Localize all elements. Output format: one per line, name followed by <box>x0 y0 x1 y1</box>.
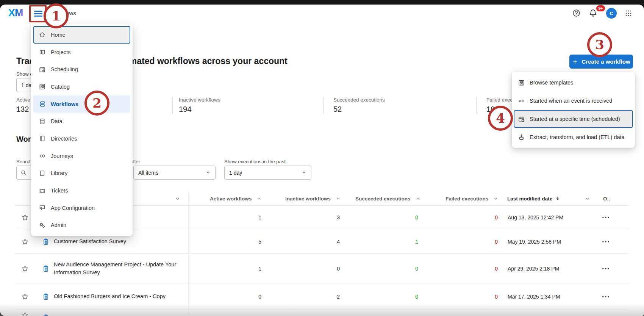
plus-icon <box>572 59 578 65</box>
nav-item-label: Admin <box>51 222 66 228</box>
favorite-star-icon <box>21 311 29 316</box>
last-modified-date: Aug 13, 2025 12:42 PM <box>508 214 563 221</box>
row-actions-button[interactable] <box>602 293 610 301</box>
nav-item[interactable]: Admin <box>31 217 133 234</box>
nav-item[interactable]: Library <box>31 165 133 182</box>
annotation-step-4: 4 <box>488 106 513 131</box>
col-header-label: Last modified date <box>507 196 552 202</box>
nav-item[interactable]: Tickets <box>31 182 133 199</box>
nav-item[interactable]: Directories <box>31 130 133 147</box>
nav-item[interactable]: Data <box>31 113 133 130</box>
col-header-overflow[interactable]: O.. <box>603 192 610 205</box>
help-icon <box>572 9 581 17</box>
nav-item[interactable]: Workflows <box>33 95 130 113</box>
nav-item-label: Home <box>51 32 66 38</box>
col-header-succeeded[interactable]: Succeeded executions <box>355 192 420 205</box>
survey-document-icon <box>42 314 50 316</box>
row-actions-button[interactable] <box>602 264 610 273</box>
nav-item[interactable]: Projects <box>31 44 133 61</box>
table-row[interactable]: Old Fashioned Burgers and Ice Cream - Co… <box>0 283 644 310</box>
col-header-active[interactable]: Active workflows <box>210 192 261 205</box>
succeeded-executions-count: 0 <box>384 266 418 272</box>
annotation-step-3: 3 <box>587 32 612 57</box>
succeeded-executions-count: 1 <box>384 239 418 245</box>
failed-executions-count: 0 <box>464 294 498 300</box>
chevron-down-icon <box>336 196 341 201</box>
create-menu-item[interactable]: Extract, transform, and load (ETL) data <box>512 128 635 146</box>
apps-grid-button[interactable] <box>624 9 633 19</box>
etl-icon <box>518 134 525 141</box>
table-row[interactable]: New Audience Management Project - Update… <box>0 254 644 283</box>
filter-value: All items <box>138 170 158 176</box>
projects-icon <box>39 48 46 56</box>
scheduled-icon <box>518 116 525 123</box>
favorite-star-icon[interactable] <box>21 293 29 300</box>
active-workflows-count: 5 <box>227 239 261 245</box>
favorite-star-icon[interactable] <box>21 238 29 246</box>
app-configuration-icon <box>39 204 46 211</box>
last-modified-date: Mar 17, 2025 1:34 PM <box>508 294 560 300</box>
active-workflows-count: 1 <box>227 266 261 272</box>
create-menu-item-label: Started when an event is received <box>530 98 612 104</box>
nav-item[interactable]: App Configuration <box>31 199 133 217</box>
survey-document-icon <box>42 293 50 300</box>
col-header-failed[interactable]: Failed executions <box>445 192 498 205</box>
create-menu-item-label: Extract, transform, and load (ETL) data <box>530 134 625 140</box>
library-icon <box>39 170 46 177</box>
nav-item[interactable]: Scheduling <box>31 61 133 78</box>
last-modified-date: May 19, 2025 2:58 PM <box>508 239 561 245</box>
favorite-star-icon[interactable] <box>21 265 29 272</box>
help-button[interactable] <box>572 9 581 19</box>
workflow-name[interactable]: Old Fashioned Burgers and Ice Cream - Co… <box>54 283 190 310</box>
active-workflows-count: 0 <box>227 294 261 300</box>
inactive-workflows-count: 4 <box>306 239 340 245</box>
global-nav-flyout: Home Projects Scheduling Catalog Workflo… <box>31 23 133 236</box>
admin-icon <box>39 222 46 229</box>
data-icon <box>39 118 46 125</box>
create-menu-item[interactable]: Started when an event is received <box>512 92 635 110</box>
col-header-name-chevron[interactable] <box>175 192 180 205</box>
stat-label: Inactive workflows <box>179 97 220 103</box>
chevron-down-icon <box>175 196 180 201</box>
nav-item[interactable]: Home <box>33 26 130 44</box>
nav-item[interactable]: Journeys <box>31 147 133 165</box>
create-menu-item[interactable]: Started at a specific time (scheduled) <box>514 110 633 128</box>
row-actions-button[interactable] <box>602 213 610 222</box>
past-select[interactable]: 1 day <box>224 166 311 180</box>
journeys-icon <box>39 152 46 160</box>
stat-inactive-workflows: Inactive workflows 194 <box>179 97 220 114</box>
col-header-label: Inactive workflows <box>285 196 331 202</box>
col-header-label: Active workflows <box>210 196 252 202</box>
nav-item-label: Scheduling <box>51 66 78 72</box>
row-actions-button[interactable] <box>602 238 610 246</box>
failed-executions-count: 0 <box>464 214 498 221</box>
event-icon <box>518 97 525 105</box>
notification-badge: 9+ <box>596 5 605 11</box>
col-header-modified-chevron[interactable] <box>585 192 590 205</box>
create-workflow-label: Create a workflow <box>581 58 630 65</box>
nav-item[interactable]: Catalog <box>31 78 133 95</box>
table-row-partial <box>0 310 644 316</box>
col-header-modified[interactable]: Last modified date <box>507 192 560 205</box>
create-menu-item-label: Browse templates <box>530 80 573 86</box>
inactive-workflows-count: 2 <box>306 294 340 300</box>
nav-item-label: Library <box>51 170 67 176</box>
nav-item-label: Journeys <box>51 153 73 159</box>
col-header-inactive[interactable]: Inactive workflows <box>285 192 341 205</box>
favorite-star-icon[interactable] <box>21 214 29 221</box>
past-value: 1 day <box>229 170 242 176</box>
chevron-down-icon <box>206 170 211 175</box>
catalog-icon <box>39 83 46 90</box>
workflows-icon <box>39 100 46 108</box>
screen: XM Workflows 9+ C Track the execution of… <box>0 0 644 316</box>
stat-divider <box>172 97 173 114</box>
nav-item-label: App Configuration <box>51 205 95 211</box>
sort-descending-icon <box>555 196 560 201</box>
inactive-workflows-count: 3 <box>306 214 340 221</box>
past-filter-label: Show executions in the past <box>224 159 286 164</box>
filter-select[interactable]: All items <box>133 166 216 180</box>
create-menu-item[interactable]: Browse templates <box>512 74 635 92</box>
nav-item-label: Data <box>51 118 63 124</box>
workflow-name[interactable]: New Audience Management Project - Update… <box>54 254 190 283</box>
account-avatar[interactable]: C <box>606 8 617 19</box>
